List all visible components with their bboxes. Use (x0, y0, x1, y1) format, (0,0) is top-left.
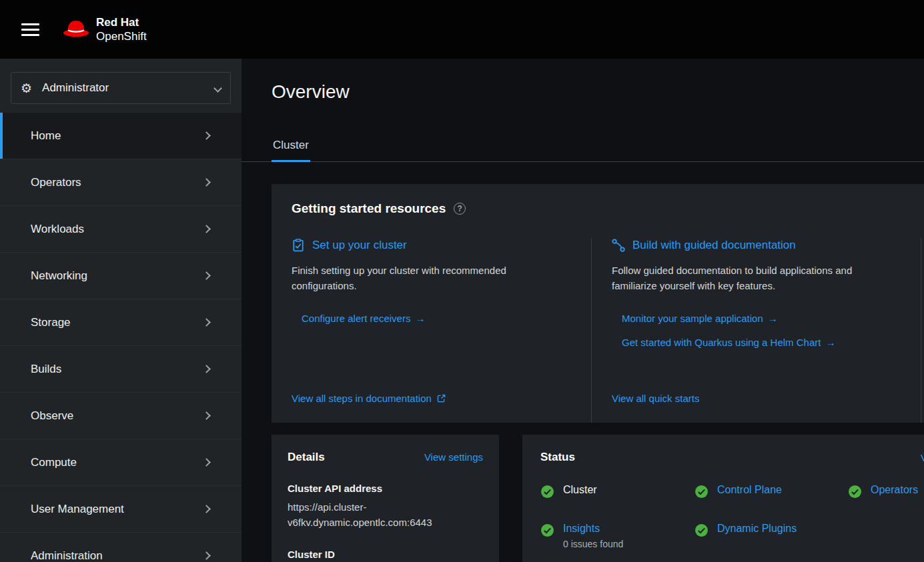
view-settings-link[interactable]: View settings (424, 451, 483, 463)
status-item-dynamic-plugins: Dynamic Plugins (695, 523, 848, 549)
nav-item-label: Workloads (31, 223, 84, 236)
sidebar-item-workloads[interactable]: Workloads (0, 205, 242, 252)
control-plane-link[interactable]: Control Plane (717, 484, 782, 496)
nav-item-label: Operators (31, 176, 81, 189)
status-card-head: Status (540, 451, 924, 464)
getting-started-columns: Set up your cluster Finish setting up yo… (272, 239, 924, 423)
nav-item-label: Storage (31, 316, 71, 329)
getting-started-card: Getting started resources ? Set up your … (272, 184, 924, 423)
link-label: Get started with Quarkus using a Helm Ch… (622, 337, 821, 348)
chevron-right-icon (202, 271, 211, 280)
nav-item-label: User Management (31, 503, 124, 516)
configure-alert-receivers-link[interactable]: Configure alert receivers→ (302, 313, 571, 324)
guided-documentation-description: Follow guided documentation to build app… (612, 263, 873, 294)
guided-documentation-links: Monitor your sample application→ Get sta… (622, 313, 901, 348)
guided-documentation-heading-link[interactable]: Build with guided documentation (632, 239, 796, 252)
arrow-right-icon: → (768, 313, 778, 324)
brand-openshift: OpenShift (96, 29, 147, 43)
check-circle-icon (848, 485, 862, 499)
tab-cluster-label: Cluster (273, 139, 309, 151)
nav-toggle-button[interactable] (17, 16, 43, 43)
chevron-down-icon (213, 84, 222, 93)
nav-item-label: Compute (31, 456, 77, 469)
setup-cluster-heading-link[interactable]: Set up your cluster (312, 239, 407, 252)
nav-list: Home Operators Workloads Networking Stor… (0, 112, 242, 562)
cluster-api-address-value: https://api.cluster-v6fkv.dynamic.opentl… (288, 500, 482, 530)
checklist-icon (292, 239, 305, 252)
operators-link[interactable]: Operators (871, 484, 918, 496)
status-grid: Cluster Control Plane (540, 484, 924, 549)
sidebar-item-compute[interactable]: Compute (0, 439, 242, 485)
chevron-right-icon (202, 365, 211, 373)
link-label: View all steps in documentation (292, 393, 432, 404)
nav-item-label: Builds (31, 363, 61, 376)
check-circle-icon (540, 485, 554, 499)
setup-cluster-section: Set up your cluster Finish setting up yo… (272, 239, 592, 423)
guided-documentation-heading-row: Build with guided documentation (612, 239, 901, 252)
brand-redhat: Red Hat (96, 15, 147, 29)
sidebar-nav: ⚙ Administrator Home Operators Workloads… (0, 59, 242, 562)
hamburger-icon (21, 23, 39, 36)
monitor-sample-application-link[interactable]: Monitor your sample application→ (622, 313, 901, 324)
details-card-head: Details View settings (288, 451, 483, 464)
link-label: Monitor your sample application (622, 313, 763, 324)
chevron-right-icon (202, 178, 211, 187)
chevron-right-icon (202, 551, 211, 560)
chevron-right-icon (202, 505, 211, 513)
tab-cluster[interactable]: Cluster (272, 139, 310, 161)
nav-item-label: Observe (31, 409, 73, 423)
sidebar-item-builds[interactable]: Builds (0, 345, 242, 392)
details-title: Details (288, 451, 325, 464)
status-title: Status (540, 451, 575, 464)
cluster-status-label: Cluster (563, 484, 597, 496)
chevron-right-icon (202, 458, 211, 467)
cluster-id-label: Cluster ID (288, 549, 483, 560)
details-card: Details View settings Cluster API addres… (272, 435, 499, 562)
setup-cluster-heading-row: Set up your cluster (292, 239, 571, 252)
cutoff-column (921, 239, 924, 423)
view-alerts-link-truncated[interactable]: V (921, 452, 924, 463)
sidebar-item-networking[interactable]: Networking (0, 252, 242, 299)
arrow-right-icon: → (415, 313, 425, 324)
quarkus-helm-chart-link[interactable]: Get started with Quarkus using a Helm Ch… (622, 337, 901, 348)
guided-documentation-section: Build with guided documentation Follow g… (592, 239, 921, 423)
check-circle-icon (695, 485, 709, 499)
dashboard-cards-row: Details View settings Cluster API addres… (272, 435, 924, 562)
sidebar-item-observe[interactable]: Observe (0, 392, 242, 439)
sidebar-item-user-management[interactable]: User Management (0, 485, 242, 532)
perspective-switcher[interactable]: ⚙ Administrator (11, 72, 231, 104)
page-title: Overview (272, 81, 894, 103)
view-all-quick-starts-link[interactable]: View all quick starts (612, 393, 699, 404)
check-circle-icon (540, 523, 554, 537)
overview-dashboard: Getting started resources ? Set up your … (242, 162, 924, 562)
insights-link[interactable]: Insights (563, 523, 600, 534)
status-item-cluster: Cluster (540, 484, 695, 499)
chevron-right-icon (202, 411, 211, 420)
chevron-right-icon (202, 318, 211, 327)
getting-started-title: Getting started resources (292, 201, 446, 216)
view-all-steps-link[interactable]: View all steps in documentation (292, 393, 446, 404)
nav-item-label: Home (31, 129, 61, 143)
tab-bar: Cluster (242, 139, 924, 162)
insights-issues-count: 0 issues found (563, 539, 623, 549)
dynamic-plugins-link[interactable]: Dynamic Plugins (717, 523, 797, 535)
help-icon[interactable]: ? (454, 203, 466, 215)
setup-cluster-description: Finish setting up your cluster with reco… (292, 263, 525, 294)
brand-logo[interactable]: Red Hat OpenShift (62, 15, 147, 44)
nav-item-label: Administration (31, 549, 103, 562)
insights-status-text: Insights 0 issues found (563, 523, 623, 549)
chevron-right-icon (202, 131, 211, 140)
nav-item-label: Networking (31, 269, 87, 283)
sidebar-item-storage[interactable]: Storage (0, 299, 242, 345)
brand-text: Red Hat OpenShift (96, 15, 147, 44)
redhat-fedora-icon (62, 19, 90, 40)
sidebar-item-home[interactable]: Home (0, 112, 242, 159)
sidebar-item-operators[interactable]: Operators (0, 159, 242, 205)
arrow-right-icon: → (825, 337, 835, 348)
chevron-right-icon (202, 225, 211, 233)
status-item-operators: Operators (848, 484, 924, 499)
sidebar-item-administration[interactable]: Administration (0, 532, 242, 562)
main-content: Overview Cluster Getting started resourc… (242, 59, 924, 562)
setup-cluster-links: Configure alert receivers→ (302, 313, 571, 324)
guided-docs-icon (612, 239, 625, 252)
